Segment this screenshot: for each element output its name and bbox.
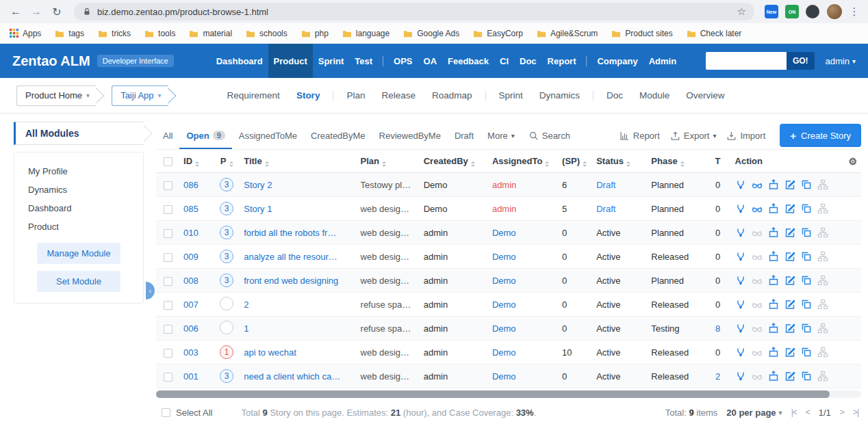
case-count-link[interactable]: 2 — [715, 371, 720, 382]
tab-doc[interactable]: Doc — [598, 86, 631, 105]
change-icon[interactable] — [735, 251, 746, 262]
nav-report[interactable]: Report — [542, 44, 582, 78]
case-icon[interactable] — [801, 323, 812, 334]
nav-ops[interactable]: OPS — [388, 44, 418, 78]
extension-new-icon[interactable]: New — [765, 5, 778, 18]
close-icon[interactable] — [768, 371, 779, 382]
row-checkbox[interactable] — [164, 373, 173, 382]
sidebar-collapse-button[interactable]: ‹ — [146, 282, 155, 299]
export-button[interactable]: Export▾ — [670, 131, 717, 141]
row-checkbox[interactable] — [164, 301, 173, 310]
story-id-link[interactable]: 009 — [183, 252, 199, 262]
app-logo[interactable]: Zentao ALM — [12, 53, 90, 69]
bookmark-folder[interactable]: schools — [246, 29, 288, 38]
change-icon[interactable] — [735, 323, 746, 334]
edit-icon[interactable] — [784, 275, 795, 286]
row-checkbox[interactable] — [164, 277, 173, 286]
import-button[interactable]: Import — [726, 131, 765, 141]
edit-icon[interactable] — [784, 227, 795, 238]
extension-on-icon[interactable]: ON — [785, 5, 799, 18]
bookmark-folder[interactable]: tags — [55, 29, 84, 38]
nav-dashboard[interactable]: Dashboard — [211, 44, 268, 78]
case-icon[interactable] — [801, 203, 812, 214]
close-icon[interactable] — [768, 179, 779, 190]
story-title-link[interactable]: analyze all the resour… — [244, 252, 337, 262]
horizontal-scrollbar[interactable] — [156, 390, 861, 398]
reload-icon[interactable]: ↻ — [48, 5, 66, 18]
first-page-icon[interactable]: |< — [791, 408, 797, 417]
assigned-to-link[interactable]: Demo — [492, 299, 516, 310]
column-header-sp[interactable]: (SP) — [558, 150, 592, 173]
edit-icon[interactable] — [784, 347, 795, 358]
all-modules-tab[interactable]: All Modules — [14, 122, 144, 145]
change-icon[interactable] — [735, 203, 746, 214]
story-id-link[interactable]: 008 — [183, 276, 199, 286]
column-header-status[interactable]: Status — [592, 150, 647, 173]
next-page-icon[interactable]: > — [840, 408, 844, 417]
assigned-to-link[interactable]: Demo — [492, 276, 516, 286]
column-settings-icon[interactable]: ⚙ — [848, 156, 857, 167]
column-header-createdby[interactable]: CreatedBy — [420, 150, 488, 173]
assigned-to-link[interactable]: admin — [492, 204, 516, 214]
tab-plan[interactable]: Plan — [338, 86, 373, 105]
bookmark-folder[interactable]: php — [301, 29, 329, 38]
column-header-id[interactable]: ID — [179, 150, 214, 173]
column-header-plan[interactable]: Plan — [357, 150, 420, 173]
edit-icon[interactable] — [784, 323, 795, 334]
bookmark-folder[interactable]: material — [189, 29, 232, 38]
review-icon[interactable] — [752, 179, 763, 190]
close-icon[interactable] — [768, 323, 779, 334]
profile-avatar[interactable] — [827, 4, 842, 19]
story-title-link[interactable]: front end web designing — [244, 276, 338, 286]
select-all-checkbox[interactable] — [164, 157, 173, 166]
nav-feedback[interactable]: Feedback — [442, 44, 494, 78]
sidebar-item-my-profile[interactable]: My Profile — [14, 162, 143, 181]
bookmark-star-icon[interactable]: ☆ — [737, 5, 746, 18]
nav-doc[interactable]: Doc — [514, 44, 542, 78]
assigned-to-link[interactable]: admin — [492, 180, 516, 190]
column-header-phase[interactable]: Phase — [647, 150, 704, 173]
browser-menu-icon[interactable]: ⋮ — [847, 5, 861, 18]
story-id-link[interactable]: 003 — [183, 347, 199, 358]
row-checkbox[interactable] — [164, 253, 173, 262]
column-header-title[interactable]: Title — [240, 150, 356, 173]
story-title-link[interactable]: 2 — [244, 299, 248, 310]
story-title-link[interactable]: need a client which ca… — [244, 371, 340, 382]
edit-icon[interactable] — [784, 203, 795, 214]
go-button[interactable]: GO! — [787, 52, 815, 70]
story-title-link[interactable]: 1 — [244, 323, 248, 334]
change-icon[interactable] — [735, 347, 746, 358]
close-icon[interactable] — [768, 203, 779, 214]
tab-sprint[interactable]: Sprint — [491, 86, 531, 105]
story-title-link[interactable]: api to wechat — [244, 347, 296, 358]
assigned-to-link[interactable]: Demo — [492, 347, 516, 358]
assigned-to-link[interactable]: Demo — [492, 252, 516, 262]
edit-icon[interactable] — [784, 251, 795, 262]
select-all-control[interactable]: Select All — [156, 408, 212, 418]
tab-release[interactable]: Release — [373, 86, 424, 105]
tab-story[interactable]: Story — [288, 86, 329, 105]
bookmark-folder[interactable]: tricks — [98, 29, 131, 38]
change-icon[interactable] — [735, 371, 746, 382]
story-title-link[interactable]: Story 1 — [244, 204, 272, 214]
close-icon[interactable] — [768, 275, 779, 286]
set-module-button[interactable]: Set Module — [37, 271, 120, 292]
close-icon[interactable] — [768, 227, 779, 238]
case-icon[interactable] — [801, 347, 812, 358]
row-checkbox[interactable] — [164, 349, 173, 358]
view-tab-all[interactable]: All — [156, 122, 179, 149]
case-icon[interactable] — [801, 227, 812, 238]
case-icon[interactable] — [801, 299, 812, 310]
tab-overview[interactable]: Overview — [678, 86, 732, 105]
story-id-link[interactable]: 001 — [183, 371, 199, 382]
story-id-link[interactable]: 007 — [183, 299, 199, 310]
product-select-dropdown[interactable]: Taiji App ▾ — [112, 85, 168, 106]
nav-sprint[interactable]: Sprint — [313, 44, 350, 78]
story-id-link[interactable]: 006 — [183, 323, 199, 334]
bookmark-folder[interactable]: Check later — [687, 29, 742, 38]
change-icon[interactable] — [735, 227, 746, 238]
forward-icon[interactable]: → — [27, 5, 45, 18]
view-tab-reviewedbyme[interactable]: ReviewedByMe — [372, 122, 448, 149]
row-checkbox[interactable] — [164, 181, 173, 190]
case-icon[interactable] — [801, 371, 812, 382]
